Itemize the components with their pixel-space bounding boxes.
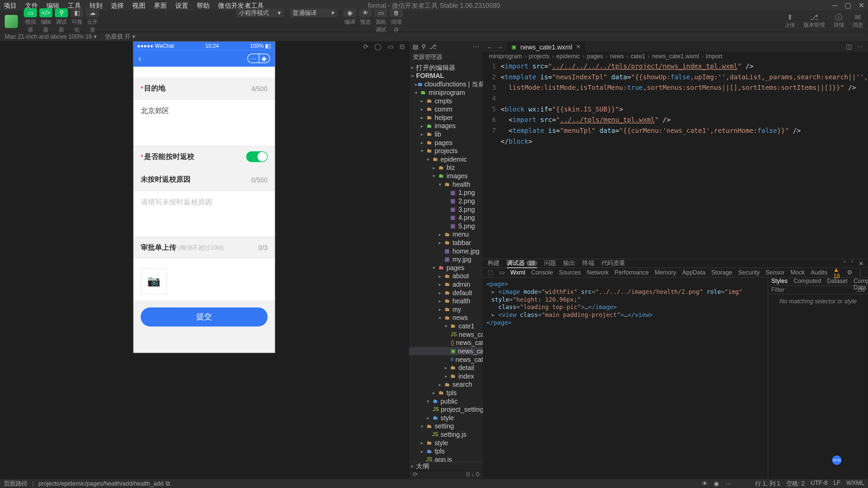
tree-project_setting.js[interactable]: JSproject_setting.js — [409, 405, 483, 413]
close-icon[interactable]: ✕ — [859, 1, 865, 10]
tree-4.png[interactable]: ▦4.png — [409, 213, 483, 222]
dt-tab-代码质量[interactable]: 代码质量 — [601, 259, 625, 268]
simulator-toggle[interactable]: ▭ — [24, 8, 37, 17]
tree-about[interactable]: ▸🖿about — [409, 272, 483, 280]
upload-box[interactable]: 📷 — [141, 268, 167, 294]
toolbar-详情[interactable]: ⓘ详情 — [833, 13, 844, 29]
more-icon[interactable]: ⋯ — [473, 43, 479, 50]
tree-helper[interactable]: ▸🖿helper — [409, 113, 483, 122]
sim-rotate-icon[interactable]: ⊟ — [399, 43, 405, 51]
root-folder[interactable]: ▾FORMAL — [409, 72, 483, 80]
tree-public[interactable]: ▾🖿public — [409, 397, 483, 405]
status-icon[interactable]: ◉ — [714, 480, 719, 487]
dt2-tab-Performance[interactable]: Performance — [615, 269, 649, 276]
tree-health[interactable]: ▸🖿health — [409, 297, 483, 305]
code-editor[interactable]: <import src="../../../../../tpls/project… — [501, 61, 868, 259]
elements-panel[interactable]: <page> ▸ <image mode="widthFix" src="../… — [483, 278, 768, 478]
toolbar-上传[interactable]: ⬆上传 — [785, 13, 795, 29]
menu-选择[interactable]: 选择 — [111, 1, 124, 10]
dt2-tab-Network[interactable]: Network — [587, 269, 609, 276]
cloud-toggle[interactable]: ☁ — [86, 8, 99, 17]
dt2-tab-Wxml[interactable]: Wxml — [510, 269, 525, 276]
search-icon[interactable]: ⚲ — [421, 43, 426, 49]
back-icon[interactable]: ‹ — [138, 54, 141, 63]
sim-refresh-icon[interactable]: ⟳ — [363, 43, 369, 51]
dt2-tab-Console[interactable]: Console — [531, 269, 553, 276]
dt-up-icon[interactable]: ˄ — [843, 260, 846, 266]
editor-tab[interactable]: ▣ news_cate1.wxml ✕ — [507, 42, 586, 52]
tree-tabbar[interactable]: ▸🖿tabbar — [409, 238, 483, 247]
tree-miniprogram[interactable]: ▾🖿miniprogram — [409, 88, 483, 97]
compile-dropdown[interactable]: 普通编译▾ — [290, 8, 337, 17]
tree-home.jpg[interactable]: ▦home.jpg — [409, 247, 483, 255]
tree-style[interactable]: ▸🖿style — [409, 413, 483, 422]
tree-style[interactable]: ▸🖿style — [409, 439, 483, 447]
ontime-switch[interactable] — [246, 151, 268, 162]
copy-icon[interactable]: ⧉ — [166, 480, 170, 487]
git-sync-icon[interactable]: ⟳ — [413, 471, 417, 478]
dt2-tab-Sensor[interactable]: Sensor — [766, 269, 785, 276]
menu-界面[interactable]: 界面 — [154, 1, 167, 10]
tree-images[interactable]: ▸🖿images — [409, 122, 483, 130]
visual-toggle[interactable]: ◧ — [70, 8, 83, 17]
breadcrumb[interactable]: miniprogram›projects›epidemic›pages›news… — [483, 52, 868, 60]
tree-1.png[interactable]: ▦1.png — [409, 188, 483, 197]
dest-textarea[interactable]: 北京郊区 — [134, 100, 275, 130]
dt2-tab-Security[interactable]: Security — [738, 269, 760, 276]
minimize-icon[interactable]: ─ — [832, 1, 837, 10]
styles-tab-Component Data[interactable]: Component Data — [850, 278, 868, 285]
status-icon[interactable]: ⋯ — [725, 480, 731, 487]
outline-section[interactable]: ▸大纲 — [409, 462, 483, 470]
tree-news_cate1.wxss[interactable]: #news_cate1.wxss — [409, 355, 483, 364]
recording-timer[interactable]: 02:05 — [832, 455, 842, 465]
inspect-icon[interactable]: ⬚ — [488, 269, 493, 276]
mode-dropdown[interactable]: 小程序模式▾ — [236, 8, 284, 17]
menu-视图[interactable]: 视图 — [132, 1, 145, 10]
tree-setting[interactable]: ▾🖿setting — [409, 422, 483, 430]
dt-tab-构建[interactable]: 构建 — [488, 259, 499, 268]
dt2-tab-Storage[interactable]: Storage — [711, 269, 732, 276]
sim-home-icon[interactable]: ◯ — [374, 43, 381, 51]
tree-app.js[interactable]: JSapp.js — [409, 455, 483, 462]
dt-tab-问题[interactable]: 问题 — [544, 259, 556, 268]
styles-tab-Dataset[interactable]: Dataset — [824, 278, 850, 285]
dt2-tab-Memory[interactable]: Memory — [655, 269, 676, 276]
tree-index[interactable]: ▸🖿index — [409, 372, 483, 380]
git-icon[interactable]: ⎇ — [429, 43, 436, 49]
open-editors-section[interactable]: ▸打开的编辑器 — [409, 63, 483, 72]
tree-tpls[interactable]: ▸🖿tpls — [409, 388, 483, 397]
status-icon[interactable]: 👁 — [702, 480, 708, 487]
tree-my[interactable]: ▸🖿my — [409, 305, 483, 313]
tree-3.png[interactable]: ▦3.png — [409, 205, 483, 214]
nav-forward-icon[interactable]: → — [496, 43, 503, 50]
tree-menu[interactable]: ▸🖿menu — [409, 230, 483, 239]
reason-textarea[interactable]: 请填写未按时返校原因 — [134, 191, 275, 221]
cls-toggle[interactable]: .cls — [856, 287, 865, 293]
dt2-tab-Mock[interactable]: Mock — [791, 269, 805, 276]
dt-down-icon[interactable]: ˅ — [851, 260, 854, 266]
tree-setting.js[interactable]: JSsetting.js — [409, 430, 483, 439]
explorer-icon[interactable]: ▤ — [413, 43, 418, 49]
page-path[interactable]: projects/epidemic/pages/health/add/healt… — [39, 480, 163, 487]
nav-back-icon[interactable]: ← — [487, 43, 493, 50]
tree-5.png[interactable]: ▦5.png — [409, 222, 483, 230]
tree-cmpts[interactable]: ▸🖿cmpts — [409, 97, 483, 105]
tree-news_cate1.wxml[interactable]: ▣news_cate1.wxml — [409, 347, 483, 355]
editor-more-icon[interactable]: ⋯ — [856, 43, 863, 51]
tree-biz[interactable]: ▸🖿biz — [409, 163, 483, 172]
tree-health[interactable]: ▾🖿health — [409, 180, 483, 188]
tree-default[interactable]: ▸🖿default — [409, 288, 483, 297]
toolbar-版本管理[interactable]: ⎇版本管理 — [804, 13, 825, 29]
dt-close-icon[interactable]: ✕ — [859, 260, 863, 266]
dt2-tab-Audits[interactable]: Audits — [811, 269, 827, 276]
tree-images[interactable]: ▾🖿images — [409, 171, 483, 180]
styles-tab-Computed[interactable]: Computed — [791, 278, 824, 285]
status-UTF-8[interactable]: UTF-8 — [811, 479, 828, 488]
tree-detail[interactable]: ▸🖿detail — [409, 363, 483, 372]
tree-search[interactable]: ▸🖿search — [409, 380, 483, 389]
editor-toggle[interactable]: </> — [39, 8, 53, 17]
tree-admin[interactable]: ▸🖿admin — [409, 280, 483, 288]
tree-projects[interactable]: ▾🖿projects — [409, 146, 483, 155]
menu-设置[interactable]: 设置 — [175, 1, 189, 10]
menu-帮助[interactable]: 帮助 — [197, 1, 210, 10]
